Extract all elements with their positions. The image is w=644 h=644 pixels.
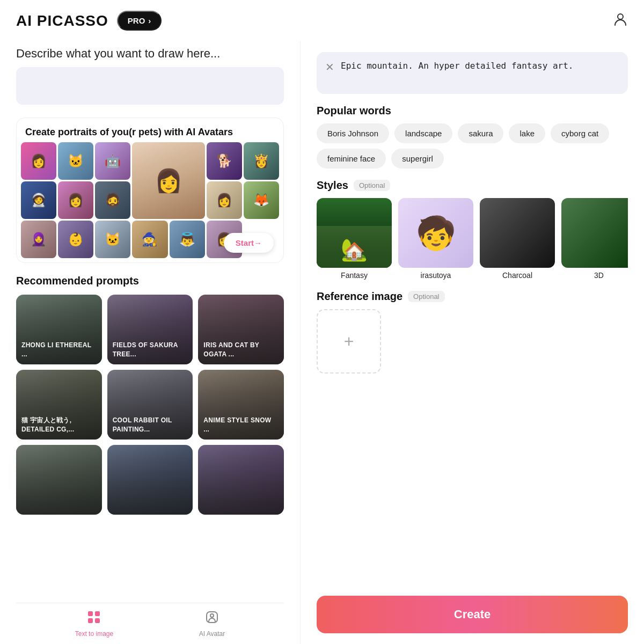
style-fantasy-label: Fantasy xyxy=(341,271,368,280)
tag-feminine-face[interactable]: feminine face xyxy=(317,149,386,169)
nav-text-to-image-label: Text to image xyxy=(75,630,113,638)
prompt-card[interactable]: 猫 宇宙人と戦う, DETAILED CG,... xyxy=(16,370,102,440)
prompt-card-text: IRIS AND CAT BY OGATA ... xyxy=(198,335,284,364)
prompt-card[interactable]: ZHONG LI ETHEREAL ... xyxy=(16,295,102,364)
ref-header: Reference image Optional xyxy=(317,290,628,303)
left-panel: Describe what you want to draw here... C… xyxy=(0,41,301,644)
irasutoya-image: 🧒 xyxy=(398,198,473,268)
styles-optional-badge: Optional xyxy=(354,180,390,191)
prompt-card-text: FIELDS OF SAKURA TREE... xyxy=(107,335,193,364)
avatar-cell: 🐱 xyxy=(58,142,93,180)
avatar-cell: 🧑‍🚀 xyxy=(21,181,56,219)
style-irasutoya[interactable]: 🧒 irasutoya xyxy=(398,198,473,280)
style-charcoal-label: Charcoal xyxy=(502,271,532,280)
prompt-card-text xyxy=(107,504,118,515)
ref-title: Reference image xyxy=(317,290,402,303)
pro-arrow-icon: › xyxy=(148,16,151,25)
nav-ai-avatar[interactable]: AI Avatar xyxy=(199,610,225,638)
start-button[interactable]: Start→ xyxy=(224,233,274,253)
avatar-cell: 👼 xyxy=(170,221,205,258)
main-content: Describe what you want to draw here... C… xyxy=(0,41,644,644)
svg-point-6 xyxy=(210,614,214,617)
create-button[interactable]: Create xyxy=(317,596,628,633)
avatar-cell-large: 👩 xyxy=(132,142,204,219)
reference-image-section: Reference image Optional + xyxy=(317,290,628,374)
tag-lake[interactable]: lake xyxy=(509,123,545,143)
prompt-card[interactable]: COOL RABBIT OIL PAINTING... xyxy=(107,370,193,440)
recommended-title: Recommended prompts xyxy=(16,275,284,287)
prompt-card-text: ZHONG LI ETHEREAL ... xyxy=(16,335,102,364)
avatar-cell: 🧙 xyxy=(132,221,167,258)
prompt-card[interactable]: ANIME STYLE SNOW ... xyxy=(198,370,284,440)
prompt-card-text: ANIME STYLE SNOW ... xyxy=(198,411,284,440)
user-icon[interactable] xyxy=(613,11,628,30)
svg-rect-1 xyxy=(88,611,93,616)
pro-label: PRO xyxy=(128,16,145,25)
tag-sakura[interactable]: sakura xyxy=(458,123,503,143)
styles-grid: Fantasy 🧒 irasutoya Charcoal 3D xyxy=(317,198,628,280)
svg-rect-3 xyxy=(88,618,93,623)
prompts-grid: ZHONG LI ETHEREAL ... FIELDS OF SAKURA T… xyxy=(16,295,284,515)
prompt-card[interactable]: FIELDS OF SAKURA TREE... xyxy=(107,295,193,364)
header: AI PICASSO PRO › xyxy=(0,0,644,41)
style-3d[interactable]: 3D xyxy=(561,198,628,280)
text-to-image-icon xyxy=(86,610,101,628)
prompt-input-area: ✕ Epic mountain. An hyper detailed fanta… xyxy=(317,52,628,94)
prompt-card[interactable] xyxy=(198,445,284,515)
avatar-cell: 👸 xyxy=(244,142,279,180)
prompt-card[interactable] xyxy=(16,445,102,515)
prompt-card-text xyxy=(16,504,27,515)
tags-container: Boris Johnson landscape sakura lake cybo… xyxy=(317,123,628,169)
prompt-card-text xyxy=(198,504,209,515)
nav-ai-avatar-label: AI Avatar xyxy=(199,630,225,638)
svg-rect-4 xyxy=(95,618,100,623)
prompt-card[interactable]: IRIS AND CAT BY OGATA ... xyxy=(198,295,284,364)
avatar-cell: 🤖 xyxy=(95,142,130,180)
prompt-card[interactable] xyxy=(107,445,193,515)
avatar-banner-title: Create portraits of you(r pets) with AI … xyxy=(17,118,283,142)
describe-label: Describe what you want to draw here... xyxy=(16,47,284,61)
avatar-cell: 🦊 xyxy=(244,181,279,219)
bottom-nav: Text to image AI Avatar xyxy=(16,603,284,644)
avatar-cell: 👶 xyxy=(58,221,93,258)
avatar-cell: 🐕 xyxy=(207,142,242,180)
describe-input[interactable] xyxy=(16,67,284,105)
avatar-cell: 🧔 xyxy=(95,181,130,219)
avatar-cell: 👩 xyxy=(207,181,242,219)
popular-words-section: Popular words Boris Johnson landscape sa… xyxy=(317,105,628,169)
pro-button[interactable]: PRO › xyxy=(117,11,162,31)
styles-section: Styles Optional Fantasy 🧒 irasutoya Char… xyxy=(317,179,628,280)
styles-header: Styles Optional xyxy=(317,179,628,192)
tag-supergirl[interactable]: supergirl xyxy=(391,149,444,169)
ai-avatar-icon xyxy=(204,610,219,628)
charcoal-image xyxy=(480,198,555,268)
avatar-cell: 🧕 xyxy=(21,221,56,258)
tag-landscape[interactable]: landscape xyxy=(394,123,452,143)
styles-title: Styles xyxy=(317,179,348,192)
prompt-card-text: 猫 宇宙人と戦う, DETAILED CG,... xyxy=(16,411,102,440)
fantasy-image xyxy=(317,198,392,268)
right-panel: ✕ Epic mountain. An hyper detailed fanta… xyxy=(301,41,644,644)
nav-text-to-image[interactable]: Text to image xyxy=(75,610,113,638)
ref-optional-badge: Optional xyxy=(408,291,444,302)
svg-point-0 xyxy=(618,14,623,19)
style-3d-label: 3D xyxy=(594,271,604,280)
tag-boris-johnson[interactable]: Boris Johnson xyxy=(317,123,389,143)
tag-cyborg-cat[interactable]: cyborg cat xyxy=(551,123,609,143)
avatar-banner: Create portraits of you(r pets) with AI … xyxy=(16,118,284,263)
app-logo: AI PICASSO xyxy=(16,12,108,30)
avatar-cell: 👩 xyxy=(58,181,93,219)
popular-words-title: Popular words xyxy=(317,105,628,117)
prompt-card-text: COOL RABBIT OIL PAINTING... xyxy=(107,411,193,440)
add-icon: + xyxy=(344,332,354,352)
style-charcoal[interactable]: Charcoal xyxy=(480,198,555,280)
ref-upload-button[interactable]: + xyxy=(317,309,381,374)
close-button[interactable]: ✕ xyxy=(325,60,334,74)
style-fantasy[interactable]: Fantasy xyxy=(317,198,392,280)
style-irasutoya-label: irasutoya xyxy=(421,271,451,280)
svg-rect-2 xyxy=(95,611,100,616)
avatar-cell: 🐱 xyxy=(95,221,130,258)
avatar-cell: 👩 xyxy=(21,142,56,180)
prompt-input[interactable]: Epic mountain. An hyper detailed fantasy… xyxy=(341,60,619,86)
threed-image xyxy=(561,198,628,268)
